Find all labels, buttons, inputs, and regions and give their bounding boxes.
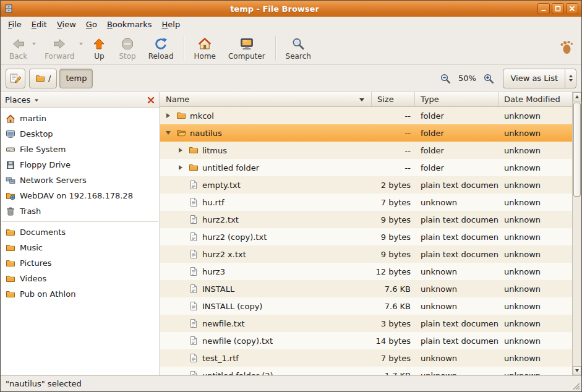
file-row[interactable]: hurz2 (copy).txt9 bytesplain text docume…	[160, 228, 572, 245]
close-sidebar-button[interactable]	[147, 96, 155, 104]
sidebar-item-label: Network Servers	[20, 176, 87, 185]
text-file-icon	[189, 318, 199, 328]
column-header-date-modified[interactable]: Date Modified	[499, 92, 572, 107]
sidebar-item-file-system[interactable]: File System	[1, 142, 160, 157]
file-name-label: hu.rtf	[202, 198, 225, 207]
back-history-dropdown-icon[interactable]	[32, 43, 36, 45]
scrollbar-thumb[interactable]	[573, 103, 581, 197]
folder-icon	[35, 74, 45, 83]
scrollbar-track[interactable]	[573, 101, 581, 366]
menu-edit[interactable]: Edit	[27, 18, 52, 31]
sidebar-item-pictures[interactable]: Pictures	[1, 255, 160, 271]
toolbar-reload-label: Reload	[148, 52, 174, 61]
file-row[interactable]: untitled folder (2)1.7 KBunknownunknown	[160, 367, 572, 375]
file-size-cell: --	[372, 129, 415, 138]
file-type-cell: folder	[415, 111, 499, 121]
file-row[interactable]: INSTALL7.6 KBunknownunknown	[160, 280, 572, 297]
sidebar-item-network-servers[interactable]: Network Servers	[1, 173, 160, 188]
minimize-button[interactable]	[537, 3, 550, 14]
stepper-up-icon	[569, 75, 573, 77]
expander-collapsed-icon[interactable]	[176, 148, 185, 153]
close-button[interactable]	[566, 3, 578, 14]
file-row[interactable]: hurz312 bytesunknownunknown	[160, 263, 572, 280]
sidebar-item-martin[interactable]: martin	[1, 111, 160, 126]
sidebar-item-floppy-drive[interactable]: Floppy Drive	[1, 157, 160, 173]
menu-bookmarks[interactable]: Bookmarks	[102, 18, 157, 31]
file-row[interactable]: mkcol--folderunknown	[160, 107, 572, 124]
forward-history-dropdown-icon[interactable]	[79, 43, 83, 45]
column-header-label: Type	[421, 95, 439, 104]
path-button-temp[interactable]: temp	[59, 69, 93, 88]
file-date-cell: unknown	[499, 302, 572, 311]
column-header-size[interactable]: Size	[372, 92, 415, 107]
edit-location-button[interactable]	[6, 69, 25, 88]
column-header-name[interactable]: Name	[160, 92, 372, 107]
toolbar-up-button[interactable]: Up	[85, 35, 113, 62]
file-row[interactable]: test_1.rtf7 bytesunknownunknown	[160, 349, 572, 367]
file-row[interactable]: nautilus--folderunknown	[160, 124, 572, 142]
view-mode-stepper[interactable]	[565, 69, 576, 88]
places-header[interactable]: Places	[1, 92, 160, 108]
sidebar-item-webdav-on-192-168-178-28[interactable]: WebDAV on 192.168.178.28	[1, 188, 160, 203]
toolbar-home-button[interactable]: Home	[188, 35, 222, 62]
file-row[interactable]: untitled folder--folderunknown	[160, 159, 572, 176]
toolbar-forward-button[interactable]: Forward	[38, 35, 85, 62]
sidebar-item-videos[interactable]: Videos	[1, 271, 160, 286]
minimize-icon	[541, 6, 547, 12]
file-row[interactable]: litmus--folderunknown	[160, 142, 572, 159]
path-button-root[interactable]: /	[29, 69, 57, 88]
file-size-cell: 7.6 KB	[372, 284, 415, 294]
sidebar-item-desktop[interactable]: Desktop	[1, 126, 160, 142]
sidebar-separator	[2, 221, 158, 222]
sidebar-item-trash[interactable]: Trash	[1, 203, 160, 219]
file-type-cell: plain text document	[415, 181, 499, 190]
floppy-icon	[6, 160, 15, 170]
zoom-in-button[interactable]	[483, 73, 494, 84]
places-sidebar: Places martinDesktopFile SystemFloppy Dr…	[1, 92, 160, 375]
toolbar-separator	[275, 36, 276, 61]
toolbar-computer-button[interactable]: Computer	[222, 35, 272, 62]
menu-help[interactable]: Help	[157, 18, 186, 31]
toolbar-separator	[184, 36, 184, 61]
sidebar-item-music[interactable]: Music	[1, 240, 160, 255]
toolbar-stop-button[interactable]: Stop	[113, 35, 142, 62]
file-manager-window-icon	[4, 4, 14, 14]
maximize-button[interactable]	[552, 3, 564, 14]
file-name-cell: hurz2 (copy).txt	[160, 232, 372, 242]
file-row[interactable]: newfile.txt3 bytesplain text documentunk…	[160, 315, 572, 332]
file-row[interactable]: INSTALL (copy)7.6 KBunknownunknown	[160, 297, 572, 315]
toolbar-back-button[interactable]: Back	[3, 35, 38, 62]
sidebar-item-label: Pub on Athlon	[20, 289, 75, 299]
sidebar-item-pub-on-athlon[interactable]: Pub on Athlon	[1, 286, 160, 302]
folder-icon	[6, 228, 15, 237]
view-mode-selector[interactable]: View as List	[503, 69, 576, 88]
vertical-scrollbar[interactable]	[572, 92, 581, 375]
sidebar-item-documents[interactable]: Documents	[1, 224, 160, 240]
expander-collapsed-icon[interactable]	[164, 113, 173, 118]
file-type-cell: unknown	[415, 354, 499, 363]
file-row[interactable]: newfile (copy).txt14 bytesplain text doc…	[160, 332, 572, 349]
file-row[interactable]: hu.rtf7 bytesunknownunknown	[160, 194, 572, 211]
sidebar-item-label: Desktop	[20, 129, 53, 138]
expander-expanded-icon[interactable]	[164, 131, 173, 135]
menu-view[interactable]: View	[52, 18, 81, 31]
scroll-down-button[interactable]	[573, 366, 581, 375]
file-row[interactable]: hurz2 x.txt9 bytesplain text documentunk…	[160, 245, 572, 263]
menu-file[interactable]: File	[3, 18, 27, 31]
zoom-out-button[interactable]	[440, 73, 451, 84]
toolbar-search-button[interactable]: Search	[280, 35, 317, 62]
menu-go[interactable]: Go	[81, 18, 102, 31]
resize-grip[interactable]	[572, 382, 580, 390]
expander-collapsed-icon[interactable]	[176, 165, 185, 170]
file-name-cell: hu.rtf	[160, 197, 372, 207]
file-row[interactable]: hurz2.txt9 bytesplain text documentunkno…	[160, 211, 572, 228]
scroll-up-button[interactable]	[573, 92, 581, 101]
titlebar[interactable]: temp - File Browser	[1, 1, 581, 17]
file-row[interactable]: empty.txt2 bytesplain text documentunkno…	[160, 176, 572, 194]
column-header-type[interactable]: Type	[415, 92, 499, 107]
file-size-cell: --	[372, 163, 415, 173]
text-file-icon	[189, 180, 199, 190]
toolbar-reload-button[interactable]: Reload	[142, 35, 180, 62]
file-type-cell: plain text document	[415, 336, 499, 346]
toolbar-up-label: Up	[94, 52, 104, 61]
